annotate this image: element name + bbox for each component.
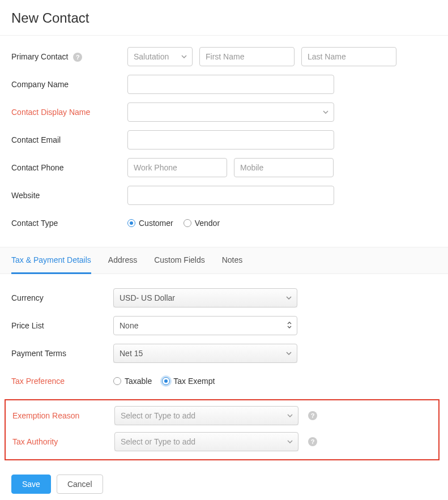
label-payment-terms: Payment Terms: [11, 349, 113, 358]
row-primary-contact: Primary Contact ? Salutation: [11, 47, 437, 66]
tab-address[interactable]: Address: [108, 247, 137, 274]
label-contact-type: Contact Type: [11, 219, 127, 228]
first-name-input[interactable]: [199, 47, 295, 66]
row-tax-authority: Tax Authority Select or Type to add ?: [12, 432, 436, 451]
radio-tax-exempt[interactable]: Tax Exempt: [162, 377, 215, 386]
payment-terms-select[interactable]: Net 15: [113, 344, 297, 363]
row-payment-terms: Payment Terms Net 15: [11, 344, 437, 363]
price-list-select[interactable]: None: [113, 316, 297, 335]
work-phone-input[interactable]: [127, 158, 227, 177]
row-display-name: Contact Display Name: [11, 102, 437, 122]
contact-form: Primary Contact ? Salutation Company Nam…: [0, 36, 448, 247]
tab-content-tax: Currency USD- US Dollar Price List None: [0, 274, 448, 475]
label-tax-preference: Tax Preference: [11, 377, 113, 386]
row-phone: Contact Phone: [11, 158, 437, 177]
row-company-name: Company Name: [11, 75, 437, 94]
currency-select[interactable]: USD- US Dollar: [113, 288, 297, 307]
row-price-list: Price List None: [11, 316, 437, 335]
save-button[interactable]: Save: [11, 475, 51, 494]
email-input[interactable]: [127, 130, 334, 149]
radio-icon: [162, 377, 170, 385]
radio-icon: [113, 377, 121, 385]
row-website: Website: [11, 186, 437, 205]
tab-custom-fields[interactable]: Custom Fields: [154, 247, 204, 274]
tab-notes[interactable]: Notes: [222, 247, 243, 274]
page-title: New Contact: [11, 10, 437, 26]
highlighted-section: Exemption Reason Select or Type to add ?…: [5, 399, 440, 460]
last-name-input[interactable]: [301, 47, 396, 66]
help-icon[interactable]: ?: [308, 437, 317, 446]
page-header: New Contact: [0, 0, 448, 36]
help-icon[interactable]: ?: [308, 411, 317, 420]
label-phone: Contact Phone: [11, 163, 127, 172]
row-tax-preference: Tax Preference Taxable Tax Exempt: [11, 371, 437, 391]
radio-vendor[interactable]: Vendor: [184, 219, 220, 228]
row-exemption-reason: Exemption Reason Select or Type to add ?: [12, 406, 436, 425]
exemption-reason-select[interactable]: Select or Type to add: [114, 406, 298, 425]
radio-icon: [127, 219, 135, 227]
cancel-button[interactable]: Cancel: [57, 475, 103, 494]
label-website: Website: [11, 191, 127, 200]
salutation-select[interactable]: Salutation: [127, 47, 193, 66]
help-icon[interactable]: ?: [73, 53, 82, 62]
label-display-name: Contact Display Name: [11, 108, 127, 117]
mobile-phone-input[interactable]: [234, 158, 334, 177]
row-contact-type: Contact Type Customer Vendor: [11, 213, 437, 233]
row-email: Contact Email: [11, 130, 437, 149]
label-currency: Currency: [11, 293, 113, 302]
website-input[interactable]: [127, 186, 334, 205]
radio-taxable[interactable]: Taxable: [113, 377, 152, 386]
label-email: Contact Email: [11, 135, 127, 144]
label-company-name: Company Name: [11, 80, 127, 89]
label-price-list: Price List: [11, 321, 113, 330]
company-name-input[interactable]: [127, 75, 334, 94]
radio-icon: [184, 219, 191, 227]
tax-authority-select[interactable]: Select or Type to add: [114, 432, 298, 451]
display-name-select[interactable]: [127, 102, 334, 122]
label-primary-contact: Primary Contact ?: [11, 52, 127, 62]
radio-customer[interactable]: Customer: [127, 219, 173, 228]
label-tax-authority: Tax Authority: [12, 437, 114, 446]
label-exemption-reason: Exemption Reason: [12, 411, 114, 420]
button-row: Save Cancel: [0, 475, 448, 500]
tab-bar: Tax & Payment Details Address Custom Fie…: [0, 247, 448, 274]
tab-tax-payment[interactable]: Tax & Payment Details: [11, 247, 91, 274]
row-currency: Currency USD- US Dollar: [11, 288, 437, 307]
